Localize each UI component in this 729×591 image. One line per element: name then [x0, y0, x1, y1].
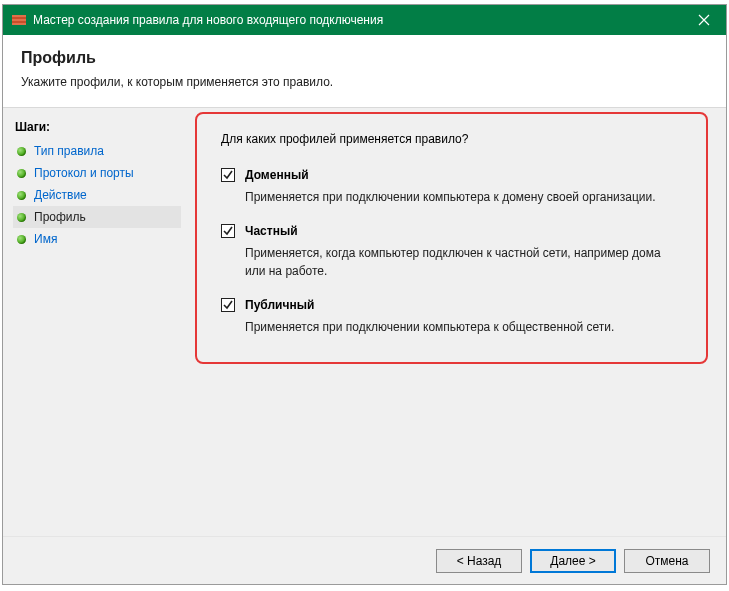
checkbox-private[interactable]: [221, 224, 235, 238]
wizard-footer: < Назад Далее > Отмена: [3, 536, 726, 584]
cancel-button[interactable]: Отмена: [624, 549, 710, 573]
check-icon: [223, 300, 233, 310]
step-label: Действие: [34, 188, 87, 202]
check-icon: [223, 226, 233, 236]
step-protocol-ports[interactable]: Протокол и порты: [13, 162, 181, 184]
option-private: Частный Применяется, когда компьютер под…: [221, 224, 678, 280]
step-name[interactable]: Имя: [13, 228, 181, 250]
page-header: Профиль Укажите профили, к которым приме…: [3, 35, 726, 108]
profile-question: Для каких профилей применяется правило?: [221, 132, 678, 146]
svg-rect-2: [12, 19, 26, 21]
step-rule-type[interactable]: Тип правила: [13, 140, 181, 162]
option-label: Частный: [245, 224, 298, 238]
check-icon: [223, 170, 233, 180]
close-icon: [698, 14, 710, 26]
option-label: Публичный: [245, 298, 314, 312]
content-inner: Для каких профилей применяется правило? …: [191, 108, 708, 336]
bullet-icon: [17, 213, 26, 222]
svg-rect-3: [12, 23, 26, 25]
option-desc: Применяется при подключении компьютера к…: [245, 318, 665, 336]
bullet-icon: [17, 235, 26, 244]
steps-heading: Шаги:: [13, 116, 181, 140]
option-desc: Применяется, когда компьютер подключен к…: [245, 244, 665, 280]
step-label: Профиль: [34, 210, 86, 224]
option-desc: Применяется при подключении компьютера к…: [245, 188, 665, 206]
step-label: Тип правила: [34, 144, 104, 158]
step-action[interactable]: Действие: [13, 184, 181, 206]
wizard-body: Шаги: Тип правила Протокол и порты Дейст…: [3, 108, 726, 536]
checkbox-domain[interactable]: [221, 168, 235, 182]
back-button[interactable]: < Назад: [436, 549, 522, 573]
option-domain: Доменный Применяется при подключении ком…: [221, 168, 678, 206]
steps-sidebar: Шаги: Тип правила Протокол и порты Дейст…: [3, 108, 191, 536]
checkbox-public[interactable]: [221, 298, 235, 312]
bullet-icon: [17, 169, 26, 178]
svg-rect-1: [12, 15, 26, 17]
option-public: Публичный Применяется при подключении ко…: [221, 298, 678, 336]
step-label: Имя: [34, 232, 57, 246]
page-title: Профиль: [21, 49, 708, 67]
step-label: Протокол и порты: [34, 166, 134, 180]
next-button[interactable]: Далее >: [530, 549, 616, 573]
bullet-icon: [17, 147, 26, 156]
step-profile[interactable]: Профиль: [13, 206, 181, 228]
window-title: Мастер создания правила для нового входя…: [33, 13, 681, 27]
main-panel: Для каких профилей применяется правило? …: [191, 108, 726, 536]
option-label: Доменный: [245, 168, 309, 182]
page-subtitle: Укажите профили, к которым применяется э…: [21, 75, 708, 89]
bullet-icon: [17, 191, 26, 200]
firewall-icon: [11, 12, 27, 28]
close-button[interactable]: [681, 5, 726, 35]
wizard-window: Мастер создания правила для нового входя…: [2, 4, 727, 585]
titlebar: Мастер создания правила для нового входя…: [3, 5, 726, 35]
